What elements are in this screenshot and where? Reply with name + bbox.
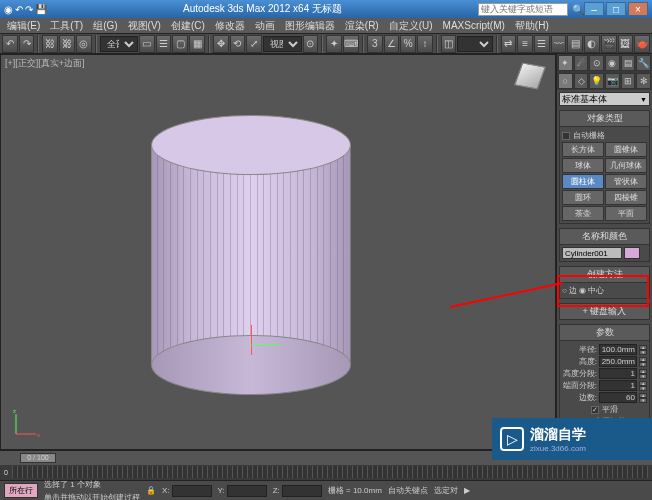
- primitive-category-dropdown[interactable]: 标准基本体: [559, 92, 650, 106]
- autogrid-checkbox[interactable]: [562, 132, 570, 140]
- systems-cat-icon[interactable]: ✻: [636, 73, 651, 89]
- name-color-header[interactable]: 名称和颜色: [559, 228, 650, 245]
- select-name-icon[interactable]: ☰: [156, 35, 172, 53]
- undo-icon[interactable]: ↶: [2, 35, 18, 53]
- sides-input[interactable]: [599, 392, 637, 403]
- keyboard-entry-header[interactable]: + 键盘输入: [559, 303, 650, 320]
- height-segs-spinner[interactable]: ▴▾: [639, 369, 647, 379]
- curve-editor-icon[interactable]: 〰: [551, 35, 567, 53]
- smooth-checkbox[interactable]: [591, 406, 599, 414]
- object-type-header[interactable]: 对象类型: [559, 110, 650, 127]
- snap-icon[interactable]: 3: [367, 35, 383, 53]
- timeline-ruler[interactable]: [12, 466, 648, 478]
- torus-button[interactable]: 圆环: [562, 190, 604, 205]
- close-button[interactable]: ×: [628, 2, 648, 16]
- height-segs-input[interactable]: [599, 368, 637, 379]
- selected-button[interactable]: 选定对: [434, 485, 458, 496]
- link-icon[interactable]: ⛓: [42, 35, 58, 53]
- manipulate-icon[interactable]: ✦: [326, 35, 342, 53]
- render-setup-icon[interactable]: 🎬: [601, 35, 617, 53]
- object-color-swatch[interactable]: [624, 247, 640, 259]
- menu-create[interactable]: 创建(C): [168, 19, 208, 33]
- radius-input[interactable]: [599, 344, 637, 355]
- maximize-button[interactable]: □: [606, 2, 626, 16]
- utilities-tab-icon[interactable]: 🔧: [636, 55, 651, 71]
- qat-save-icon[interactable]: 💾: [35, 4, 47, 15]
- create-method-header[interactable]: 创建方法: [559, 266, 650, 283]
- object-name-input[interactable]: [562, 247, 622, 259]
- menu-view[interactable]: 视图(V): [125, 19, 164, 33]
- minimize-button[interactable]: –: [584, 2, 604, 16]
- render-frame-icon[interactable]: 🖼: [618, 35, 634, 53]
- unlink-icon[interactable]: ⛓̸: [59, 35, 75, 53]
- menu-render[interactable]: 渲染(R): [342, 19, 382, 33]
- coord-x-input[interactable]: [172, 485, 212, 497]
- pivot-icon[interactable]: ⊙: [303, 35, 319, 53]
- align-icon[interactable]: ≡: [517, 35, 533, 53]
- rotate-icon[interactable]: ⟲: [230, 35, 246, 53]
- menu-maxscript[interactable]: MAXScript(M): [440, 20, 508, 31]
- display-tab-icon[interactable]: ▤: [621, 55, 636, 71]
- menu-edit[interactable]: 编辑(E): [4, 19, 43, 33]
- geosphere-button[interactable]: 几何球体: [605, 158, 647, 173]
- radius-spinner[interactable]: ▴▾: [639, 345, 647, 355]
- teapot-button[interactable]: 茶壶: [562, 206, 604, 221]
- sides-spinner[interactable]: ▴▾: [639, 393, 647, 403]
- mirror-icon[interactable]: ⇄: [501, 35, 517, 53]
- bind-icon[interactable]: ◎: [76, 35, 92, 53]
- helpers-cat-icon[interactable]: ⊞: [621, 73, 636, 89]
- menu-graph[interactable]: 图形编辑器: [282, 19, 338, 33]
- create-tab-icon[interactable]: ✦: [558, 55, 573, 71]
- center-radio[interactable]: ◉: [579, 286, 586, 295]
- menu-modifiers[interactable]: 修改器: [212, 19, 248, 33]
- qat-undo-icon[interactable]: ↶: [15, 4, 23, 15]
- menu-group[interactable]: 组(G): [90, 19, 120, 33]
- ref-coord-system[interactable]: 视图: [263, 36, 302, 52]
- render-icon[interactable]: 🫖: [634, 35, 650, 53]
- play-icon[interactable]: ▶: [464, 486, 470, 495]
- parameters-header[interactable]: 参数: [559, 324, 650, 341]
- tube-button[interactable]: 管状体: [605, 174, 647, 189]
- keyboard-icon[interactable]: ⌨: [343, 35, 359, 53]
- material-editor-icon[interactable]: ◐: [584, 35, 600, 53]
- pyramid-button[interactable]: 四棱锥: [605, 190, 647, 205]
- layers-icon[interactable]: ☰: [534, 35, 550, 53]
- menu-customize[interactable]: 自定义(U): [386, 19, 436, 33]
- spinner-snap-icon[interactable]: ↕: [417, 35, 433, 53]
- help-search-input[interactable]: [478, 3, 568, 16]
- lights-cat-icon[interactable]: 💡: [589, 73, 604, 89]
- redo-icon[interactable]: ↷: [19, 35, 35, 53]
- time-slider-handle[interactable]: 0 / 100: [20, 453, 56, 463]
- select-icon[interactable]: ▭: [139, 35, 155, 53]
- cylinder-object[interactable]: [151, 115, 351, 395]
- named-sel-icon[interactable]: ◫: [441, 35, 457, 53]
- menu-help[interactable]: 帮助(H): [512, 19, 552, 33]
- percent-snap-icon[interactable]: %: [400, 35, 416, 53]
- cameras-cat-icon[interactable]: 📷: [605, 73, 620, 89]
- schematic-icon[interactable]: ▤: [567, 35, 583, 53]
- move-icon[interactable]: ✥: [213, 35, 229, 53]
- plane-button[interactable]: 平面: [605, 206, 647, 221]
- motion-tab-icon[interactable]: ◉: [605, 55, 620, 71]
- autokey-button[interactable]: 自动关键点: [388, 485, 428, 496]
- height-input[interactable]: [599, 356, 637, 367]
- menu-animation[interactable]: 动画: [252, 19, 278, 33]
- cap-segs-input[interactable]: [599, 380, 637, 391]
- app-icon[interactable]: ◉: [4, 4, 13, 15]
- select-region-icon[interactable]: ▢: [172, 35, 188, 53]
- coord-y-input[interactable]: [227, 485, 267, 497]
- transform-gizmo[interactable]: [241, 325, 281, 355]
- hierarchy-tab-icon[interactable]: ⊙: [589, 55, 604, 71]
- cap-segs-spinner[interactable]: ▴▾: [639, 381, 647, 391]
- angle-snap-icon[interactable]: ∠: [384, 35, 400, 53]
- scale-icon[interactable]: ⤢: [246, 35, 262, 53]
- edge-radio[interactable]: ○: [562, 286, 567, 295]
- named-selection-dropdown[interactable]: [457, 36, 492, 52]
- infocenter-icon[interactable]: 🔍: [572, 4, 584, 15]
- height-spinner[interactable]: ▴▾: [639, 357, 647, 367]
- cone-button[interactable]: 圆锥体: [605, 142, 647, 157]
- selection-filter[interactable]: 全部: [100, 36, 139, 52]
- sphere-button[interactable]: 球体: [562, 158, 604, 173]
- viewcube[interactable]: [515, 61, 545, 91]
- menu-tools[interactable]: 工具(T): [47, 19, 86, 33]
